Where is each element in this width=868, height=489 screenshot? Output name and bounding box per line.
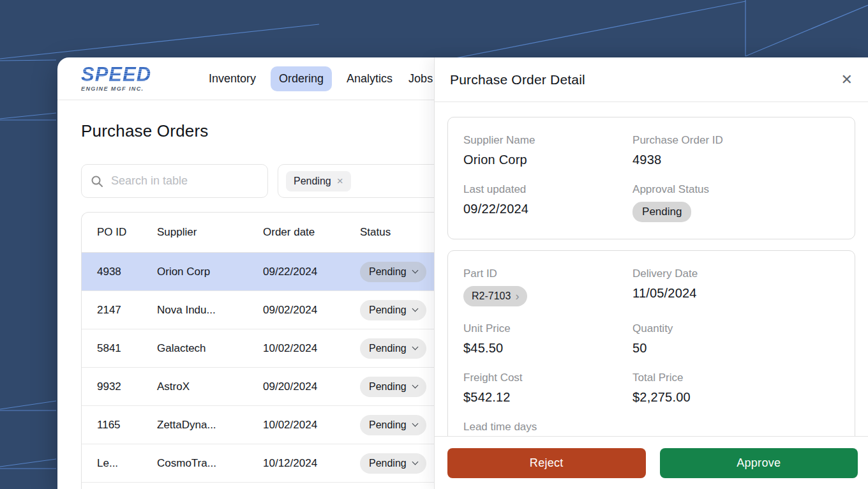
cell-order-date: 10/02/2024	[263, 342, 360, 355]
filter-chip-label: Pending	[294, 176, 331, 187]
field-label: Freight Cost	[463, 372, 632, 384]
logo-title: SPEED	[81, 65, 176, 84]
table-row[interactable]: 2147 Nova Indu... 09/02/2024 Pending	[82, 291, 463, 329]
cell-po-id: 4938	[97, 266, 157, 278]
reject-button[interactable]: Reject	[447, 448, 646, 478]
filter-chip-pending[interactable]: Pending ×	[286, 171, 351, 192]
table-row	[82, 483, 463, 489]
remove-filter-icon[interactable]: ×	[337, 176, 343, 186]
chevron-down-icon	[412, 267, 418, 274]
column-header-supplier: Supplier	[157, 226, 263, 239]
field-label: Last updated	[463, 183, 632, 196]
detail-panel-title: Purchase Order Detail	[450, 72, 585, 87]
chevron-down-icon	[412, 382, 418, 389]
table-row[interactable]: 5841 Galactech 10/02/2024 Pending	[82, 329, 463, 368]
field-delivery-date: Delivery Date 11/05/2024	[632, 267, 839, 306]
nav-item-ordering[interactable]: Ordering	[271, 66, 332, 91]
cell-order-date: 09/22/2024	[263, 266, 360, 278]
table-row[interactable]: Le... CosmoTra... 10/12/2024 Pending	[82, 444, 463, 483]
detail-panel: Purchase Order Detail ✕ Supplier Name Or…	[434, 57, 868, 489]
field-total-price: Total Price $2,275.00	[632, 372, 839, 405]
field-value: 09/22/2024	[463, 202, 632, 216]
cell-order-date: 09/02/2024	[263, 304, 360, 317]
cell-po-id: 9932	[97, 380, 157, 393]
logo-subtitle: ENGINE MGF INC.	[81, 86, 176, 92]
field-quantity: Quantity 50	[632, 322, 839, 356]
cell-po-id: Le...	[97, 457, 157, 470]
field-part-id: Part ID R2-7103 ›	[463, 267, 632, 306]
search-icon	[91, 175, 103, 188]
order-summary-card: Supplier Name Orion Corp Purchase Order …	[447, 117, 855, 239]
field-value: 11/05/2024	[632, 286, 839, 301]
cell-supplier: Galactech	[157, 342, 263, 355]
cell-order-date: 09/20/2024	[263, 380, 360, 393]
status-badge[interactable]: Pending	[360, 377, 426, 397]
detail-panel-body: Supplier Name Orion Corp Purchase Order …	[435, 102, 868, 436]
field-freight-cost: Freight Cost $542.12	[463, 372, 632, 405]
field-value: 4938	[632, 153, 839, 167]
approval-status-badge: Pending	[632, 202, 691, 222]
close-icon[interactable]: ✕	[841, 73, 853, 87]
chevron-right-icon: ›	[515, 290, 519, 302]
cell-supplier: ZettaDyna...	[157, 419, 263, 432]
main-nav: Inventory Ordering Analytics Jobs	[207, 66, 434, 91]
field-label: Supplier Name	[463, 134, 632, 147]
field-unit-price: Unit Price $45.50	[463, 322, 632, 356]
cell-po-id: 5841	[97, 342, 157, 355]
cell-po-id: 1165	[97, 419, 157, 432]
status-badge[interactable]: Pending	[360, 262, 426, 282]
app-logo: SPEED ENGINE MGF INC.	[81, 65, 176, 91]
chevron-down-icon	[412, 459, 418, 465]
search-input[interactable]	[110, 174, 258, 188]
line-item-card: Part ID R2-7103 › Delivery Date 11/05/20…	[447, 250, 855, 436]
cell-supplier: Nova Indu...	[157, 304, 263, 317]
part-id-chip[interactable]: R2-7103 ›	[463, 286, 527, 306]
nav-item-analytics[interactable]: Analytics	[345, 66, 394, 91]
field-approval-status: Approval Status Pending	[632, 183, 839, 222]
field-last-updated: Last updated 09/22/2024	[463, 183, 632, 222]
cell-po-id: 2147	[97, 304, 157, 317]
chevron-down-icon	[412, 344, 418, 350]
column-header-order-date: Order date	[263, 226, 360, 239]
field-label: Total Price	[632, 372, 839, 384]
cell-order-date: 10/02/2024	[263, 419, 360, 432]
cell-supplier: CosmoTra...	[157, 457, 263, 470]
status-badge[interactable]: Pending	[360, 338, 426, 359]
status-badge[interactable]: Pending	[360, 415, 426, 435]
chevron-down-icon	[412, 306, 418, 312]
status-badge[interactable]: Pending	[360, 300, 426, 320]
nav-item-jobs[interactable]: Jobs	[407, 66, 434, 91]
field-value: 50	[632, 341, 839, 356]
field-supplier-name: Supplier Name Orion Corp	[463, 134, 632, 167]
approve-button[interactable]: Approve	[660, 448, 858, 478]
field-label: Quantity	[632, 322, 839, 335]
field-value: Orion Corp	[463, 153, 632, 167]
cell-order-date: 10/12/2024	[263, 457, 360, 470]
status-badge[interactable]: Pending	[360, 453, 426, 474]
nav-item-inventory[interactable]: Inventory	[207, 66, 257, 91]
chevron-down-icon	[412, 421, 418, 427]
cell-supplier: AstroX	[157, 380, 263, 393]
column-header-po-id: PO ID	[97, 226, 157, 239]
field-label: Lead time days	[463, 421, 632, 433]
field-value: $2,275.00	[632, 390, 839, 405]
search-box[interactable]	[81, 164, 268, 198]
table-row[interactable]: 4938 Orion Corp 09/22/2024 Pending	[82, 253, 463, 291]
table-row[interactable]: 9932 AstroX 09/20/2024 Pending	[82, 368, 463, 406]
table-row[interactable]: 1165 ZettaDyna... 10/02/2024 Pending	[82, 406, 463, 444]
field-value: $542.12	[463, 390, 632, 405]
field-lead-time-days: Lead time days	[463, 421, 632, 436]
field-label: Approval Status	[632, 183, 839, 196]
field-label: Purchase Order ID	[632, 134, 839, 147]
purchase-orders-table: PO ID Supplier Order date Status 4938 Or…	[81, 212, 464, 489]
detail-panel-header: Purchase Order Detail ✕	[435, 57, 868, 102]
field-value: $45.50	[463, 341, 632, 356]
cell-supplier: Orion Corp	[157, 266, 263, 278]
part-id-value: R2-7103	[472, 290, 511, 302]
field-label: Part ID	[463, 267, 632, 280]
field-label: Unit Price	[463, 322, 632, 335]
detail-panel-footer: Reject Approve	[435, 436, 868, 489]
field-purchase-order-id: Purchase Order ID 4938	[632, 134, 839, 167]
table-header-row: PO ID Supplier Order date Status	[82, 213, 463, 253]
field-label: Delivery Date	[632, 267, 839, 280]
